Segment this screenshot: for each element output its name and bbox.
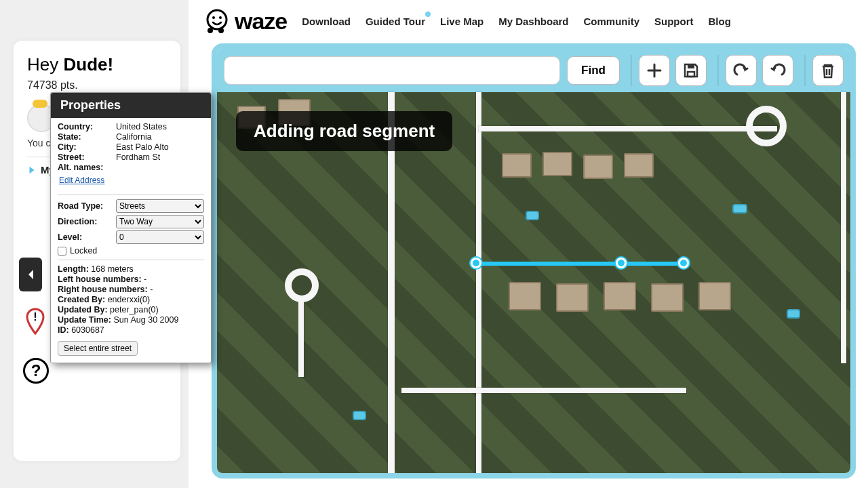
chevron-left-icon: [26, 268, 35, 281]
updated-by-value: peter_pan(0): [110, 305, 159, 314]
road-horizontal-2: [479, 126, 777, 131]
update-time-value: Sun Aug 30 2009: [113, 315, 178, 325]
road-type-select[interactable]: Streets: [116, 199, 204, 213]
house: [651, 283, 684, 312]
locked-label: Locked: [70, 246, 97, 256]
tool-group-delete: [804, 55, 844, 86]
nav-community[interactable]: Community: [584, 16, 640, 27]
edit-address-link[interactable]: Edit Address: [59, 176, 104, 185]
undo-icon: [732, 61, 751, 80]
nav-blog[interactable]: Blog: [709, 16, 731, 27]
left-hn-value: -: [144, 274, 146, 284]
map-wrap: Find: [212, 43, 856, 479]
city-value: East Palo Alto: [116, 142, 204, 152]
svg-rect-7: [688, 64, 694, 68]
svg-text:!: !: [33, 311, 37, 323]
house: [583, 155, 613, 179]
nav-support[interactable]: Support: [654, 16, 694, 27]
waze-logo-icon: [201, 6, 231, 36]
collapse-sidebar-button[interactable]: [19, 258, 42, 291]
map-toolbar: Find: [217, 49, 850, 92]
country-value: United States: [116, 122, 204, 131]
map-canvas[interactable]: Adding road segment: [217, 92, 850, 479]
save-button[interactable]: [675, 55, 707, 86]
svg-point-2: [212, 16, 215, 19]
overlay-title: Adding road segment: [236, 111, 452, 151]
tool-group-history: [717, 55, 793, 86]
divider: [58, 195, 204, 195]
city-label: City:: [58, 142, 116, 152]
altnames-value: [116, 163, 204, 172]
tool-group-edit: [631, 55, 707, 86]
properties-body: Country:United States State:California C…: [51, 118, 211, 363]
undo-button[interactable]: [726, 55, 757, 86]
segment-node-mid[interactable]: [616, 258, 627, 268]
arrow-right-icon: [27, 165, 37, 175]
redo-button[interactable]: [762, 55, 793, 86]
updated-by-label: Updated By:: [58, 305, 108, 314]
length-label: Length:: [58, 264, 89, 274]
svg-point-1: [208, 10, 226, 29]
right-hn-value: -: [150, 285, 153, 294]
main-area: waze Download Guided Tour Live Map My Da…: [189, 0, 868, 488]
road-type-label: Road Type:: [58, 201, 116, 211]
road-stub: [298, 296, 304, 377]
topbar: waze Download Guided Tour Live Map My Da…: [189, 0, 868, 42]
new-road-segment[interactable]: [475, 262, 684, 266]
street-label: Street:: [58, 152, 116, 162]
road-vertical-3: [841, 92, 846, 363]
help-button[interactable]: ?: [23, 358, 49, 384]
left-hn-label: Left house numbers:: [58, 274, 142, 284]
svg-point-3: [219, 16, 222, 19]
main-nav: Download Guided Tour Live Map My Dashboa…: [302, 16, 731, 27]
street-value: Fordham St: [116, 152, 204, 162]
delete-button[interactable]: [812, 55, 844, 86]
pool: [526, 211, 539, 220]
add-button[interactable]: [639, 55, 670, 86]
house: [698, 282, 731, 310]
svg-point-4: [208, 28, 213, 33]
locked-checkbox[interactable]: [58, 247, 66, 256]
redo-icon: [768, 61, 787, 80]
segment-node-start[interactable]: [471, 258, 481, 268]
house: [502, 153, 532, 178]
house: [604, 282, 636, 310]
trash-icon: [818, 61, 837, 80]
properties-title: Properties: [51, 93, 211, 118]
greeting: Hey Dude!: [27, 54, 167, 75]
level-select[interactable]: 0: [116, 230, 204, 244]
state-value: California: [116, 132, 204, 142]
nav-live-map[interactable]: Live Map: [440, 16, 484, 27]
search-input[interactable]: [224, 56, 560, 85]
update-time-label: Update Time:: [58, 315, 111, 325]
waze-logo[interactable]: waze: [201, 6, 287, 36]
direction-select[interactable]: Two Way: [116, 215, 204, 228]
created-by-label: Created By:: [58, 295, 105, 304]
house: [542, 152, 572, 176]
properties-panel: Properties Country:United States State:C…: [50, 92, 212, 363]
nav-download[interactable]: Download: [302, 16, 351, 27]
segment-node-end[interactable]: [678, 258, 689, 268]
road-vertical-2: [476, 92, 481, 479]
state-label: State:: [58, 132, 116, 142]
pool: [732, 204, 747, 214]
location-pin-icon[interactable]: !: [24, 307, 46, 336]
level-label: Level:: [58, 232, 116, 242]
points-value: 74738 pts.: [27, 79, 167, 92]
house: [556, 283, 589, 312]
find-button[interactable]: Find: [567, 56, 620, 85]
brand-text: waze: [235, 8, 287, 35]
house: [624, 153, 654, 178]
country-label: Country:: [58, 122, 116, 131]
altnames-label: Alt. names:: [58, 163, 116, 172]
greeting-name: Dude!: [63, 54, 113, 75]
length-value: 168 meters: [91, 264, 134, 274]
select-entire-street-button[interactable]: Select entire street: [58, 341, 138, 356]
greeting-prefix: Hey: [27, 54, 63, 75]
nav-guided-tour[interactable]: Guided Tour: [366, 16, 425, 27]
pool: [787, 309, 800, 319]
right-hn-label: Right house numbers:: [58, 285, 148, 294]
nav-my-dashboard[interactable]: My Dashboard: [498, 16, 568, 27]
road-horizontal-1: [401, 388, 686, 393]
id-label: ID:: [58, 325, 69, 335]
